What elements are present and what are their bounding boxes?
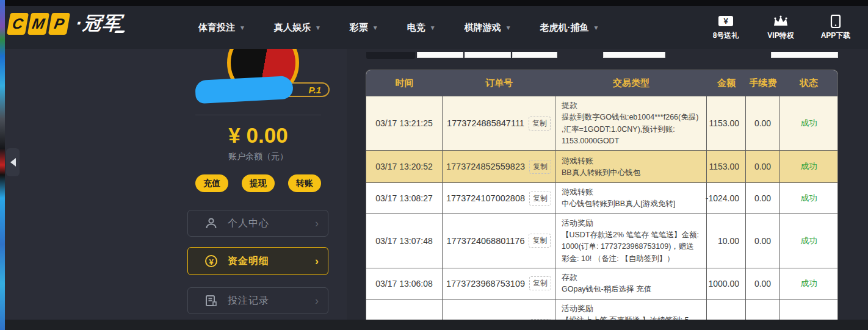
chevron-right-icon: › xyxy=(315,295,319,306)
page: C M P ·冠军 体育投注 ▼ 真人娱乐 ▼ 彩票 ▼ 电竞 ▼ xyxy=(0,0,868,330)
sidebar-item-label: 投注记录 xyxy=(228,295,269,307)
copy-button[interactable]: 复制 xyxy=(529,117,551,131)
crown-icon xyxy=(773,15,789,28)
chevron-down-icon: ▼ xyxy=(430,24,436,31)
transaction-type: 活动奖励 xyxy=(562,217,593,229)
copy-button[interactable]: 复制 xyxy=(529,276,551,290)
order-number: 1773724068801176 xyxy=(447,236,525,246)
bottom-edge-bar xyxy=(0,320,868,330)
main-menu: 体育投注 ▼ 真人娱乐 ▼ 彩票 ▼ 电竞 ▼ 棋牌游戏 ▼ 老虎机·捕鱼 ▼ xyxy=(198,6,599,49)
transaction-detail: 中心钱包转账到BB真人[游戏免转] xyxy=(562,198,675,210)
header-amount: 金额 xyxy=(707,77,746,89)
logo-letter: C xyxy=(7,13,29,35)
header-order: 订单号 xyxy=(443,77,555,89)
cell-amount: 1153.00 xyxy=(707,96,746,150)
header-type: 交易类型 xyxy=(555,77,707,89)
table-header: 时间 订单号 交易类型 金额 手续费 状态 xyxy=(366,70,837,96)
cell-order: 1773724068801176 复制 xyxy=(443,214,555,268)
sidebar-collapse-button[interactable] xyxy=(6,148,20,176)
cell-amount: 1153.00 xyxy=(707,151,746,182)
cell-amount: 1000.00 xyxy=(707,268,746,299)
filter-tab-clipped[interactable] xyxy=(603,52,665,58)
nav-item-label: 彩票 xyxy=(350,22,368,34)
chevron-down-icon: ▼ xyxy=(372,24,378,31)
user-icon xyxy=(204,217,218,230)
nav-item-lottery[interactable]: 彩票 ▼ xyxy=(350,22,378,34)
logo-letter: P xyxy=(48,13,70,35)
nav-item-label: 棋牌游戏 xyxy=(465,22,501,34)
cell-time: 03/17 13:21:25 xyxy=(366,96,443,150)
deposit-button[interactable]: 充值 xyxy=(195,174,228,192)
sidebar-item-betting-records[interactable]: 投注记录 › xyxy=(187,287,328,314)
cell-status: 成功 xyxy=(780,96,837,150)
cell-time: 03/17 13:08:27 xyxy=(366,183,443,213)
cell-time: 03/17 13:20:52 xyxy=(366,151,443,182)
cell-type: 游戏转账 中心钱包转账到BB真人[游戏免转] xyxy=(555,183,707,213)
document-icon xyxy=(204,295,218,307)
cell-time: 03/17 13:06:08 xyxy=(366,268,443,299)
balance-label: 账户余额（元） xyxy=(151,151,365,162)
wallet-actions: 充值 提现 转账 xyxy=(195,174,321,192)
filter-tab-clipped[interactable] xyxy=(417,52,463,58)
cell-status: 成功 xyxy=(780,214,837,268)
divider xyxy=(195,115,321,115)
sidebar-item-label: 资金明细 xyxy=(228,255,269,268)
cell-amount: -1024.00 xyxy=(707,183,746,213)
transaction-type: 游戏转账 xyxy=(562,186,593,198)
filter-tab-clipped[interactable] xyxy=(465,52,511,58)
cell-type: 提款 提款到数字GO钱包:eb1004***f266(免提) ,汇率=1GODT… xyxy=(555,96,707,150)
nav-item-slots-fishing[interactable]: 老虎机·捕鱼 ▼ xyxy=(540,22,599,34)
app-download-link[interactable]: APP下载 xyxy=(819,15,852,41)
transaction-detail: BB真人转账到中心钱包 xyxy=(562,167,640,179)
cell-fee: 0.00 xyxy=(746,151,780,182)
gift-link[interactable]: ¥ 8号送礼 xyxy=(709,15,742,41)
arrow-left-icon xyxy=(10,158,16,167)
site-logo[interactable]: C M P ·冠军 xyxy=(9,11,125,36)
transaction-type: 提款 xyxy=(562,99,577,112)
phone-icon xyxy=(830,15,841,28)
nav-item-label: 老虎机·捕鱼 xyxy=(540,22,589,34)
copy-button[interactable]: 复制 xyxy=(529,192,551,206)
transfer-button[interactable]: 转账 xyxy=(288,174,321,192)
filter-tab-clipped[interactable] xyxy=(771,52,838,58)
cell-amount: 10.00 xyxy=(707,214,746,268)
account-balance: ¥ 0.00 xyxy=(151,123,365,148)
cell-type: 游戏转账 BB真人转账到中心钱包 xyxy=(555,151,707,182)
vip-link[interactable]: VIP特权 xyxy=(764,15,797,41)
filter-tab-active-clipped[interactable] xyxy=(366,52,415,59)
background-window-strip xyxy=(0,0,5,330)
header-status: 状态 xyxy=(780,77,837,89)
cell-order: 1773724107002808 复制 xyxy=(443,183,555,213)
table-row: 03/17 13:08:27 1773724107002808 复制 游戏转账 … xyxy=(366,182,837,213)
order-number: 1773723968753109 xyxy=(446,279,525,289)
cell-status: 成功 xyxy=(780,183,837,213)
withdraw-button[interactable]: 提现 xyxy=(242,174,275,192)
sidebar-item-fund-details[interactable]: ¥ 资金明细 › xyxy=(187,247,328,275)
cell-fee: 0.00 xyxy=(746,268,780,299)
nav-item-sports[interactable]: 体育投注 ▼ xyxy=(198,22,245,34)
nav-item-label: 体育投注 xyxy=(198,22,235,34)
copy-button[interactable]: 复制 xyxy=(529,160,551,174)
table-row: 03/17 13:07:48 1773724068801176 复制 活动奖励 … xyxy=(366,213,837,268)
sidebar-item-personal-center[interactable]: 个人中心 › xyxy=(187,210,328,237)
filter-tab-clipped[interactable] xyxy=(512,52,557,58)
cell-fee: 0.00 xyxy=(746,214,780,268)
cell-fee: 0.00 xyxy=(746,183,780,213)
logo-letter: M xyxy=(27,13,49,35)
yen-coin-icon: ¥ xyxy=(204,255,218,267)
cell-type: 活动奖励 【USDT存款送2% 笔笔存 笔笔送】金额: 1000(订单: 177… xyxy=(555,214,707,268)
copy-button[interactable]: 复制 xyxy=(529,234,551,248)
chevron-down-icon: ▼ xyxy=(593,24,599,31)
nav-item-board-games[interactable]: 棋牌游戏 ▼ xyxy=(465,22,512,34)
transaction-type: 活动奖励 xyxy=(562,303,593,315)
transaction-detail: 提款到数字GO钱包:eb1004***f266(免提) ,汇率=1GODT:1.… xyxy=(562,112,700,147)
nav-item-live-casino[interactable]: 真人娱乐 ▼ xyxy=(274,22,321,34)
transaction-detail: 【USDT存款送2% 笔笔存 笔笔送】金额: 1000(订单: 17737239… xyxy=(562,229,700,265)
chevron-right-icon: › xyxy=(315,218,319,229)
nav-item-label: 电竞 xyxy=(407,22,425,34)
username-redaction xyxy=(195,76,294,104)
nav-item-esports[interactable]: 电竞 ▼ xyxy=(407,22,436,34)
cell-order: 1773724885847111 复制 xyxy=(443,96,555,150)
header-fee: 手续费 xyxy=(746,77,780,89)
header-time: 时间 xyxy=(366,77,443,89)
